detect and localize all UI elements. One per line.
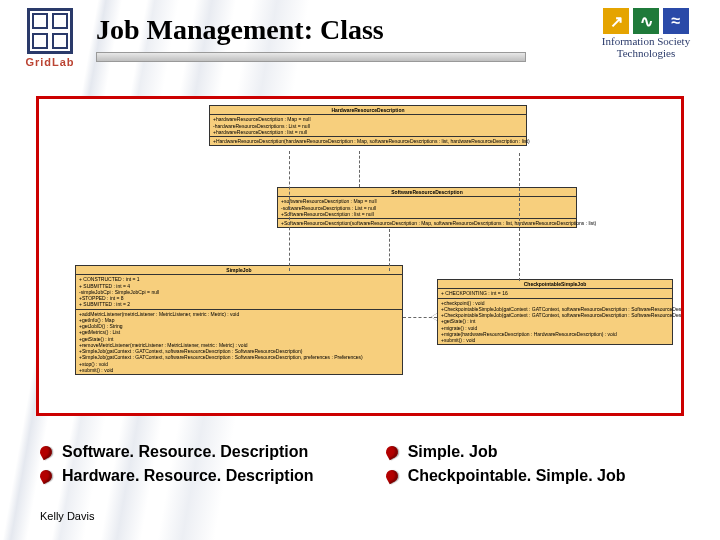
bullet-icon [383, 444, 399, 460]
list-item: Software. Resource. Description [40, 440, 314, 464]
uml-class-name: SimpleJob [76, 266, 402, 275]
bullet-text: Software. Resource. Description [62, 440, 308, 464]
gridlab-logo-icon [27, 8, 73, 54]
bullet-list-right: Simple. Job Checkpointable. Simple. Job [386, 440, 626, 488]
uml-class-attrs: + CONSTRUCTED : int = 1 + SUBMITTED : in… [76, 275, 402, 309]
gridlab-logo-text: GridLab [25, 56, 74, 68]
connector-line [289, 151, 290, 271]
uml-class-ops: +addMetricListener(metricListener : Metr… [76, 310, 402, 375]
bullet-icon [38, 444, 54, 460]
bullet-text: Simple. Job [408, 440, 498, 464]
bullet-icon [383, 468, 399, 484]
list-item: Hardware. Resource. Description [40, 464, 314, 488]
header: GridLab Job Management: Class ↗ ∿ ≈ Info… [0, 0, 720, 68]
uml-class-name: SoftwareResourceDescription [278, 188, 576, 197]
title-rule [96, 52, 526, 62]
gridlab-logo: GridLab [18, 8, 82, 68]
bullet-icon [38, 468, 54, 484]
ist-glyph-2: ∿ [633, 8, 659, 34]
bullet-text: Hardware. Resource. Description [62, 464, 314, 488]
author-text: Kelly Davis [40, 510, 94, 522]
uml-class-simple-job: SimpleJob + CONSTRUCTED : int = 1 + SUBM… [75, 265, 403, 375]
bullet-text: Checkpointable. Simple. Job [408, 464, 626, 488]
bullet-list-left: Software. Resource. Description Hardware… [40, 440, 314, 488]
bullet-lists: Software. Resource. Description Hardware… [40, 440, 680, 488]
uml-class-attrs: +softwareResourceDescription : Map = nul… [278, 197, 576, 219]
connector-line [403, 317, 437, 318]
connector-line [519, 153, 520, 281]
page-title: Job Management: Class [96, 14, 576, 46]
connector-line [359, 151, 360, 187]
uml-class-ops: +HardwareResourceDescription(hardwareRes… [210, 137, 526, 145]
uml-class-attrs: + CHECKPOINTING : int = 16 [438, 289, 672, 298]
ist-logo: ↗ ∿ ≈ Information SocietyTechnologies [590, 8, 702, 59]
ist-logo-text: Information SocietyTechnologies [602, 36, 690, 59]
uml-class-name: CheckpointableSimpleJob [438, 280, 672, 289]
uml-class-hardware-resource-description: HardwareResourceDescription +hardwareRes… [209, 105, 527, 146]
uml-class-ops: +checkpoint() : void +CheckpointableSimp… [438, 299, 672, 345]
uml-diagram: HardwareResourceDescription +hardwareRes… [36, 96, 684, 416]
uml-class-checkpointable-simple-job: CheckpointableSimpleJob + CHECKPOINTING … [437, 279, 673, 345]
ist-glyph-1: ↗ [603, 8, 629, 34]
uml-class-ops: +SoftwareResourceDescription(softwareRes… [278, 219, 576, 227]
uml-class-attrs: +hardwareResourceDescription : Map = nul… [210, 115, 526, 137]
ist-glyph-3: ≈ [663, 8, 689, 34]
ist-logo-icon: ↗ ∿ ≈ [603, 8, 689, 34]
list-item: Checkpointable. Simple. Job [386, 464, 626, 488]
uml-class-name: HardwareResourceDescription [210, 106, 526, 115]
uml-class-software-resource-description: SoftwareResourceDescription +softwareRes… [277, 187, 577, 228]
list-item: Simple. Job [386, 440, 626, 464]
title-wrap: Job Management: Class [96, 8, 576, 62]
connector-line [389, 229, 390, 271]
